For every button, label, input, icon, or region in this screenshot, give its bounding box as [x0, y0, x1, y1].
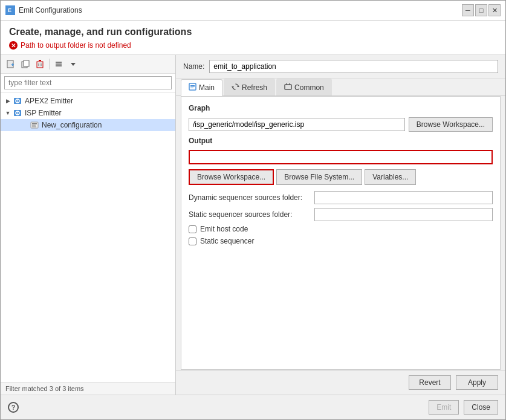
isp-icon [13, 108, 22, 118]
apply-button[interactable]: Apply [456, 375, 498, 390]
apex2-label: APEX2 Emitter [25, 97, 73, 105]
tabs-bar: Main Refresh [176, 79, 505, 96]
browse-workspace-output-button[interactable]: Browse Workspace... [189, 169, 274, 185]
footer-btns: Emit Close [429, 400, 498, 415]
filter-status: Filter matched 3 of 3 items [5, 385, 84, 392]
tab-main-label: Main [199, 83, 215, 92]
svg-marker-30 [232, 86, 234, 88]
config-area: Graph Browse Workspace... Output Browse … [181, 96, 501, 370]
view-menu-button[interactable] [66, 57, 80, 71]
tab-refresh-label: Refresh [242, 83, 267, 92]
close-window-button[interactable]: ✕ [488, 4, 501, 16]
output-input[interactable] [189, 150, 493, 164]
title-bar: E Emit Configurations ─ □ ✕ [1, 1, 505, 21]
emit-host-checkbox[interactable] [189, 225, 196, 233]
emit-button[interactable]: Emit [429, 400, 459, 415]
name-label: Name: [183, 62, 204, 71]
tab-refresh[interactable]: Refresh [224, 79, 275, 95]
new-config-label: New_configuration [42, 121, 102, 129]
emit-host-label: Emit host code [200, 225, 248, 233]
isp-label: ISP Emitter [25, 109, 61, 117]
tree-item-new-config[interactable]: New_configuration [1, 119, 175, 131]
header-section: Create, manage, and run configurations ✕… [1, 21, 505, 55]
main-tab-icon [189, 83, 196, 92]
maximize-button[interactable]: □ [475, 4, 487, 16]
graph-field-row: Browse Workspace... [189, 117, 493, 132]
refresh-tab-icon [232, 83, 239, 92]
error-text: Path to output folder is not defined [21, 41, 131, 50]
svg-rect-24 [32, 126, 36, 128]
filter-wrapper [1, 74, 175, 92]
left-panel: ▶ APEX2 Emitter ▼ [1, 55, 176, 395]
svg-rect-23 [32, 125, 36, 126]
static-sources-input[interactable] [314, 208, 493, 221]
name-row: Name: [176, 55, 505, 79]
right-panel: Name: Main [176, 55, 505, 395]
filter-input[interactable] [4, 76, 172, 89]
graph-section-title: Graph [189, 104, 493, 112]
name-input[interactable] [209, 60, 498, 73]
footer-close-button[interactable]: Close [464, 400, 498, 415]
svg-rect-31 [285, 85, 291, 89]
bottom-bar: Revert Apply [176, 370, 505, 395]
static-sequencer-row: Static sequencer [189, 237, 493, 245]
static-sources-field-row: Static sequencer sources folder: [189, 208, 493, 221]
new-config-button[interactable] [4, 57, 18, 71]
isp-toggle: ▼ [3, 110, 13, 116]
main-window: E Emit Configurations ─ □ ✕ Create, mana… [0, 0, 506, 420]
svg-rect-6 [24, 60, 29, 66]
svg-rect-7 [37, 62, 43, 68]
tab-main[interactable]: Main [181, 79, 222, 96]
left-footer: Filter matched 3 of 3 items [1, 382, 175, 395]
output-btn-group: Browse Workspace... Browse File System..… [189, 169, 493, 185]
common-tab-icon [284, 83, 292, 92]
main-content: ▶ APEX2 Emitter ▼ [1, 55, 505, 395]
output-section-title: Output [189, 137, 493, 145]
graph-input[interactable] [189, 118, 405, 131]
tab-common[interactable]: Common [276, 79, 332, 95]
help-button[interactable]: ? [8, 402, 19, 413]
revert-button[interactable]: Revert [409, 375, 451, 390]
svg-marker-29 [237, 85, 239, 87]
dynamic-label: Dynamic sequencer sources folder: [189, 193, 310, 202]
dynamic-input[interactable] [314, 191, 493, 204]
app-icon: E [5, 5, 15, 15]
new-config-icon [30, 120, 39, 130]
browse-workspace-graph-button[interactable]: Browse Workspace... [409, 117, 493, 132]
svg-rect-22 [32, 123, 37, 124]
svg-text:E: E [8, 7, 11, 13]
apex2-icon [13, 96, 22, 106]
tree-item-isp[interactable]: ▼ ISP Emitter [1, 107, 175, 119]
footer-bar: ? Emit Close [1, 395, 505, 419]
dynamic-field-row: Dynamic sequencer sources folder: [189, 191, 493, 204]
apex2-toggle: ▶ [3, 98, 13, 104]
minimize-button[interactable]: ─ [462, 4, 474, 16]
delete-button[interactable] [33, 57, 47, 71]
window-title: Emit Configurations [19, 6, 82, 15]
static-sequencer-checkbox[interactable] [189, 237, 196, 245]
left-toolbar [1, 55, 175, 74]
error-line: ✕ Path to output folder is not defined [9, 41, 497, 50]
tree-area: ▶ APEX2 Emitter ▼ [1, 92, 175, 382]
static-sources-label: Static sequencer sources folder: [189, 210, 310, 219]
tree-item-apex2[interactable]: ▶ APEX2 Emitter [1, 95, 175, 107]
tab-common-label: Common [294, 83, 324, 92]
title-bar-controls: ─ □ ✕ [462, 4, 501, 16]
variables-button[interactable]: Variables... [365, 169, 416, 185]
duplicate-button[interactable] [19, 57, 32, 71]
header-title: Create, manage, and run configurations [9, 27, 497, 37]
svg-marker-14 [71, 63, 76, 66]
error-icon: ✕ [9, 41, 18, 50]
browse-filesystem-button[interactable]: Browse File System... [276, 169, 362, 185]
static-sequencer-label: Static sequencer [200, 237, 254, 245]
collapse-all-button[interactable] [52, 57, 65, 71]
emit-host-row: Emit host code [189, 225, 493, 233]
toolbar-separator [49, 59, 50, 69]
title-bar-left: E Emit Configurations [5, 5, 82, 15]
output-field-row [189, 150, 493, 164]
